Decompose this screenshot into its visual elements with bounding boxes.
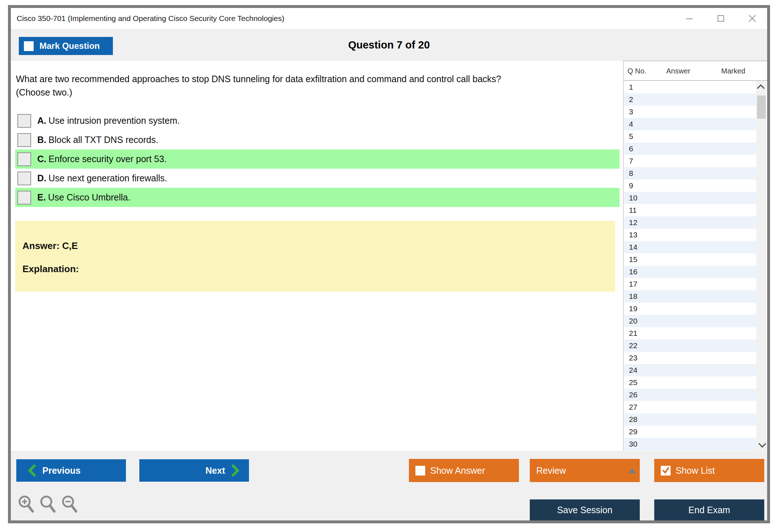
option-checkbox[interactable]	[17, 152, 31, 166]
row-answer	[660, 278, 711, 290]
question-list-row[interactable]: 5	[624, 130, 757, 143]
mark-question-button[interactable]: Mark Question	[19, 37, 113, 55]
question-list-row[interactable]: 28	[624, 413, 757, 426]
question-list-panel: Q No. Answer Marked 1 2 3	[623, 61, 767, 451]
question-list-row[interactable]: 23	[624, 352, 757, 364]
row-answer	[660, 389, 711, 401]
scroll-up-button[interactable]	[756, 81, 766, 93]
minimize-button[interactable]	[683, 12, 695, 25]
show-answer-button[interactable]: Show Answer	[409, 459, 519, 482]
zoom-out-icon[interactable]	[61, 495, 78, 514]
question-list-row[interactable]: 25	[624, 376, 757, 389]
row-question-number: 2	[624, 93, 660, 106]
option-text: Use Cisco Umbrella.	[48, 192, 131, 202]
next-button[interactable]: Next	[139, 459, 249, 482]
question-line2: (Choose two.)	[16, 86, 609, 99]
show-list-checkbox[interactable]	[661, 466, 671, 476]
question-list-row[interactable]: 9	[624, 180, 757, 192]
close-icon	[748, 14, 757, 23]
question-list-row[interactable]: 17	[624, 278, 757, 290]
row-question-number: 15	[624, 253, 660, 266]
question-line1: What are two recommended approaches to s…	[16, 72, 609, 86]
question-list-row[interactable]: 24	[624, 364, 757, 376]
answer-option-a[interactable]: A.Use intrusion prevention system.	[15, 111, 620, 130]
answer-option-e[interactable]: E.Use Cisco Umbrella.	[15, 188, 620, 207]
zoom-in-icon[interactable]	[17, 495, 35, 514]
column-qno: Q No.	[627, 61, 646, 81]
question-list-row[interactable]: 15	[624, 253, 757, 266]
question-list-row[interactable]: 12	[624, 216, 757, 229]
question-list-row[interactable]: 27	[624, 401, 757, 413]
question-list-row[interactable]: 1	[624, 81, 757, 93]
close-button[interactable]	[746, 12, 758, 25]
row-answer	[660, 106, 711, 118]
row-question-number: 12	[624, 216, 660, 229]
answer-option-c[interactable]: C.Enforce security over port 53.	[15, 149, 620, 169]
question-list-row[interactable]: 18	[624, 290, 757, 303]
question-list-row[interactable]: 14	[624, 241, 757, 253]
zoom-controls	[17, 495, 78, 514]
question-list-row[interactable]: 20	[624, 315, 757, 327]
row-marked	[711, 426, 757, 438]
show-list-button[interactable]: Show List	[654, 459, 764, 482]
question-list-row[interactable]: 22	[624, 339, 757, 352]
scrollbar-thumb[interactable]	[757, 96, 766, 119]
row-question-number: 6	[624, 143, 660, 155]
row-question-number: 13	[624, 229, 660, 241]
row-answer	[660, 241, 711, 253]
question-list-row[interactable]: 19	[624, 303, 757, 315]
row-question-number: 8	[624, 167, 660, 180]
option-checkbox[interactable]	[17, 172, 31, 185]
question-list-row[interactable]: 26	[624, 389, 757, 401]
question-list-row[interactable]: 7	[624, 155, 757, 167]
question-list-row[interactable]: 8	[624, 167, 757, 180]
option-checkbox[interactable]	[17, 133, 31, 147]
maximize-button[interactable]	[715, 12, 727, 25]
question-list-row[interactable]: 10	[624, 192, 757, 204]
options-list: A.Use intrusion prevention system. B.Blo…	[11, 111, 615, 207]
question-list-row[interactable]: 4	[624, 118, 757, 130]
save-session-button[interactable]: Save Session	[530, 499, 640, 520]
end-exam-button[interactable]: End Exam	[654, 499, 764, 520]
option-checkbox[interactable]	[17, 191, 31, 204]
question-list-row[interactable]: 6	[624, 143, 757, 155]
scrollbar[interactable]	[756, 81, 766, 451]
question-list-row[interactable]: 13	[624, 229, 757, 241]
question-list-row[interactable]: 30	[624, 438, 757, 450]
scroll-down-button[interactable]	[756, 438, 766, 451]
window-title: Cisco 350-701 (Implementing and Operatin…	[17, 8, 284, 29]
option-checkbox[interactable]	[17, 114, 31, 128]
row-marked	[711, 327, 757, 339]
row-question-number: 22	[624, 339, 660, 352]
question-list-row[interactable]: 3	[624, 106, 757, 118]
row-answer	[660, 81, 711, 93]
question-list-row[interactable]: 2	[624, 93, 757, 106]
answer-option-b[interactable]: B.Block all TXT DNS records.	[15, 130, 620, 149]
show-answer-checkbox[interactable]	[415, 466, 425, 476]
previous-button[interactable]: Previous	[16, 459, 126, 482]
row-question-number: 18	[624, 290, 660, 303]
row-answer	[660, 253, 711, 266]
row-marked	[711, 106, 757, 118]
row-question-number: 9	[624, 180, 660, 192]
header-band: Question 7 of 20 Mark Question	[11, 29, 767, 61]
mark-question-checkbox[interactable]	[24, 41, 34, 51]
review-button[interactable]: Review	[530, 459, 640, 482]
question-list-row[interactable]: 16	[624, 266, 757, 278]
answer-option-d[interactable]: D.Use next generation firewalls.	[15, 169, 620, 188]
question-list-row[interactable]: 21	[624, 327, 757, 339]
row-marked	[711, 155, 757, 167]
zoom-reset-icon[interactable]	[39, 495, 56, 514]
row-question-number: 3	[624, 106, 660, 118]
question-list-row[interactable]: 11	[624, 204, 757, 216]
row-marked	[711, 118, 757, 130]
row-question-number: 10	[624, 192, 660, 204]
question-list-row[interactable]: 29	[624, 426, 757, 438]
row-marked	[711, 130, 757, 143]
row-answer	[660, 266, 711, 278]
row-question-number: 4	[624, 118, 660, 130]
row-marked	[711, 303, 757, 315]
option-letter: B.	[37, 135, 46, 145]
row-question-number: 5	[624, 130, 660, 143]
option-letter: A.	[37, 115, 46, 126]
